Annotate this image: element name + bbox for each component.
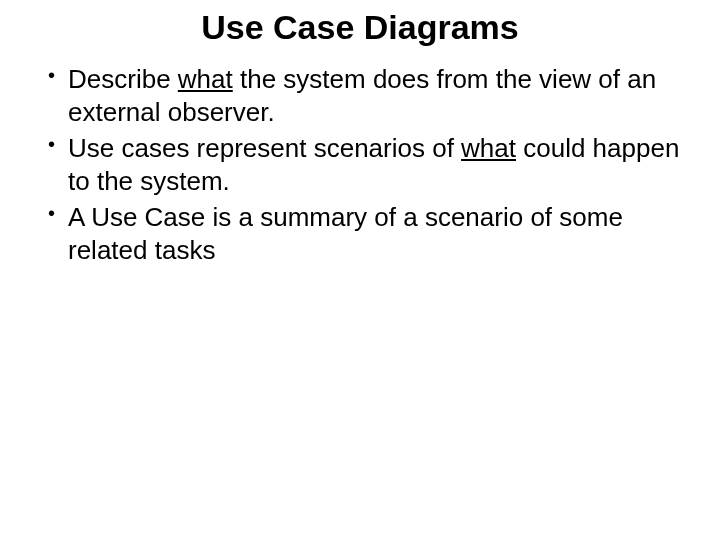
bullet-list: Describe what the system does from the v… xyxy=(20,63,700,266)
bullet-text-pre: A Use Case is a summary of a scenario of… xyxy=(68,202,623,265)
bullet-text-pre: Use cases represent scenarios of xyxy=(68,133,461,163)
bullet-item: Describe what the system does from the v… xyxy=(48,63,700,128)
slide-title: Use Case Diagrams xyxy=(20,8,700,47)
bullet-text-underlined: what xyxy=(178,64,233,94)
bullet-item: A Use Case is a summary of a scenario of… xyxy=(48,201,700,266)
bullet-item: Use cases represent scenarios of what co… xyxy=(48,132,700,197)
bullet-text-pre: Describe xyxy=(68,64,178,94)
bullet-text-underlined: what xyxy=(461,133,516,163)
